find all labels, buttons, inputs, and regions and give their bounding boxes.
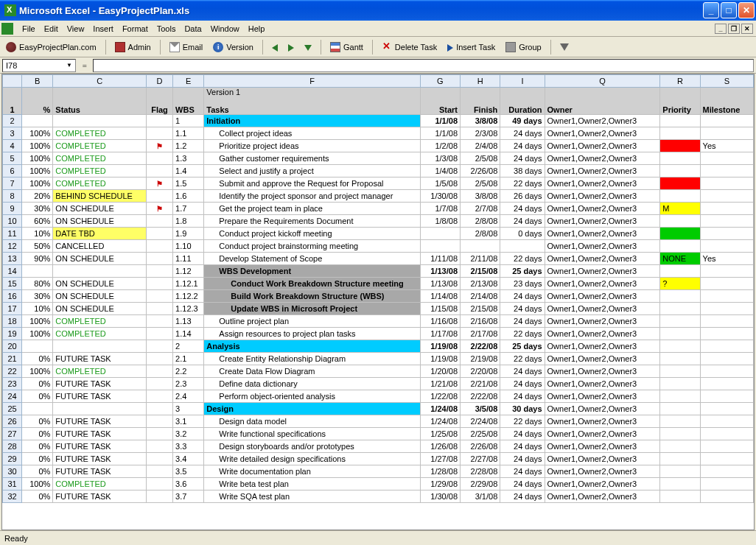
cell[interactable]: ON SCHEDULE [53, 303, 147, 315]
cell[interactable] [660, 215, 700, 228]
cell[interactable] [700, 127, 753, 140]
cell[interactable]: Identify the project sponsor and project… [204, 190, 420, 203]
nav-right-button[interactable] [285, 41, 297, 53]
cell[interactable]: 24 days [500, 465, 545, 478]
cell[interactable]: 2/3/08 [461, 127, 500, 140]
cell[interactable]: Owner1,Owner2,Owner3 [545, 340, 660, 353]
cell[interactable]: 1.12.3 [173, 303, 204, 315]
col-header-R[interactable]: R [660, 75, 700, 88]
cell[interactable]: Owner1,Owner2,Owner3 [545, 478, 660, 490]
cell[interactable]: 0% [22, 353, 53, 365]
cell[interactable] [660, 403, 700, 415]
hdr-milestone[interactable]: Milestone [700, 88, 753, 115]
cell[interactable]: ON SCHEDULE [53, 253, 147, 265]
cell[interactable]: 1.12 [173, 265, 204, 278]
col-header-E[interactable]: E [173, 75, 204, 88]
menu-insert[interactable]: Insert [88, 23, 118, 35]
minimize-button[interactable]: _ [703, 2, 719, 18]
hdr-tasks[interactable]: Version 1Tasks [204, 88, 420, 115]
row-header[interactable]: 29 [3, 453, 22, 465]
row-header[interactable]: 12 [3, 240, 22, 253]
cell[interactable]: 2/11/08 [461, 253, 500, 265]
cell[interactable]: 2.1 [173, 353, 204, 365]
cell[interactable]: 1.4 [173, 165, 204, 177]
cell[interactable]: 3/8/08 [461, 190, 500, 203]
cell[interactable]: 2/4/08 [461, 140, 500, 152]
cell[interactable] [700, 340, 753, 353]
cell[interactable]: 100% [22, 328, 53, 340]
cell[interactable]: Create Entity Relationship Diagram [204, 353, 420, 365]
spreadsheet-grid[interactable]: B C D E F G H I Q R S 1 % Status Flag WB… [1, 74, 755, 530]
cell[interactable]: Get the project team in place [204, 203, 420, 215]
cell[interactable] [700, 290, 753, 303]
cell[interactable] [146, 353, 172, 365]
cell[interactable]: Update WBS in Microsoft Project [204, 303, 420, 315]
cell[interactable]: 0% [22, 428, 53, 440]
row-header[interactable]: 28 [3, 440, 22, 453]
cell[interactable] [700, 177, 753, 190]
cell[interactable]: Owner1,Owner2,Owner3 [545, 465, 660, 478]
cell[interactable]: Design data model [204, 415, 420, 428]
name-box[interactable]: I78 ▼ [2, 59, 76, 72]
cell[interactable]: 3.1 [173, 415, 204, 428]
cell[interactable]: Outline project plan [204, 315, 420, 328]
cell[interactable]: Conduct project kickoff meeting [204, 228, 420, 240]
cell[interactable]: Select and justify a project [204, 165, 420, 177]
cell[interactable]: 1/3/08 [420, 152, 460, 165]
cell[interactable]: 1.11 [173, 253, 204, 265]
cell[interactable] [53, 265, 147, 278]
nav-left-button[interactable] [269, 41, 281, 53]
cell[interactable]: Initiation [204, 115, 420, 127]
cell[interactable] [700, 115, 753, 127]
group-button[interactable]: Group [503, 41, 545, 54]
cell[interactable]: FUTURE TASK [53, 490, 147, 503]
cell[interactable]: Prepare the Requirements Document [204, 215, 420, 228]
cell[interactable] [146, 415, 172, 428]
cell[interactable]: 1/1/08 [420, 115, 460, 127]
cell[interactable] [53, 403, 147, 415]
cell[interactable]: 24 days [500, 365, 545, 378]
cell[interactable]: Owner1,Owner2,Owner3 [545, 403, 660, 415]
cell[interactable]: 30% [22, 203, 53, 215]
cell[interactable]: 1.8 [173, 215, 204, 228]
cell[interactable]: 1/28/08 [420, 465, 460, 478]
cell[interactable] [500, 240, 545, 253]
cell[interactable]: 2/5/08 [461, 177, 500, 190]
row-header[interactable]: 19 [3, 328, 22, 340]
cell[interactable]: 1/25/08 [420, 428, 460, 440]
cell[interactable]: 1/24/08 [420, 403, 460, 415]
cell[interactable]: 1/19/08 [420, 340, 460, 353]
cell[interactable]: 24 days [500, 453, 545, 465]
cell[interactable] [660, 240, 700, 253]
cell[interactable] [700, 440, 753, 453]
menu-view[interactable]: View [63, 23, 89, 35]
cell[interactable]: Develop Statement of Scope [204, 253, 420, 265]
cell[interactable]: 22 days [500, 353, 545, 365]
cell[interactable]: BEHIND SCHEDULE [53, 190, 147, 203]
row-header[interactable]: 22 [3, 365, 22, 378]
delete-task-button[interactable]: ✕Delete Task [379, 41, 440, 54]
cell[interactable] [660, 115, 700, 127]
cell[interactable]: 100% [22, 177, 53, 190]
cell[interactable]: 2/14/08 [461, 290, 500, 303]
cell[interactable]: 3/1/08 [461, 490, 500, 503]
row-header[interactable]: 2 [3, 115, 22, 127]
cell[interactable]: Owner1,Owner2,Owner3 [545, 290, 660, 303]
cell[interactable]: NONE [660, 253, 700, 265]
cell[interactable]: 2/26/08 [461, 165, 500, 177]
cell[interactable]: Owner1,Owner2,Owner3 [545, 378, 660, 390]
cell[interactable]: 1.9 [173, 228, 204, 240]
cell[interactable]: 1/1/08 [420, 127, 460, 140]
cell[interactable]: 100% [22, 127, 53, 140]
cell[interactable]: 1/27/08 [420, 453, 460, 465]
cell[interactable]: 1/20/08 [420, 365, 460, 378]
cell[interactable]: Owner1,Owner2,Owner3 [545, 278, 660, 290]
cell[interactable]: 2/15/08 [461, 265, 500, 278]
cell[interactable]: COMPLETED [53, 177, 147, 190]
cell[interactable]: Yes [700, 140, 753, 152]
cell[interactable]: 1/7/08 [420, 203, 460, 215]
cell[interactable] [146, 378, 172, 390]
cell[interactable]: ⚑ [146, 177, 172, 190]
cell[interactable]: 0% [22, 440, 53, 453]
cell[interactable]: COMPLETED [53, 478, 147, 490]
